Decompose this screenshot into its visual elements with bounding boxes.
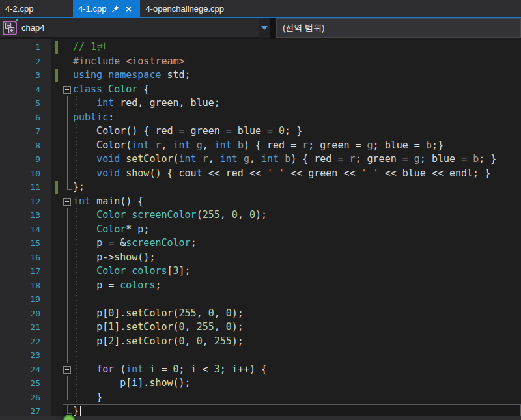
- code-text: p = colors;: [73, 279, 161, 293]
- change-tracking-bar: [55, 41, 58, 54]
- line-number: 22: [0, 335, 40, 349]
- code-text: }: [73, 391, 102, 405]
- line-number: 7: [0, 124, 40, 139]
- code-line[interactable]: 20 p[0].setColor(255, 0, 0);: [0, 307, 521, 321]
- line-number: 23: [0, 348, 40, 363]
- fold-collapse-button[interactable]: [63, 198, 71, 206]
- line-number: 25: [0, 376, 40, 391]
- code-line[interactable]: 19: [0, 292, 521, 307]
- line-number: 21: [0, 320, 40, 335]
- text-cursor: [80, 406, 81, 417]
- fold-guide-line: [67, 348, 68, 363]
- line-number: 3: [0, 68, 40, 83]
- tab-label: 4-1.cpp: [78, 4, 110, 14]
- line-number: 2: [0, 55, 40, 69]
- code-line[interactable]: 7 Color() { red = green = blue = 0; }: [0, 124, 521, 139]
- line-number: 20: [0, 307, 40, 321]
- code-text: p[1].setColor(0, 255, 0);: [73, 320, 244, 335]
- code-line[interactable]: 11};: [0, 180, 521, 195]
- fold-collapse-button[interactable]: [63, 366, 71, 374]
- code-text: int red, green, blue;: [73, 96, 220, 111]
- minus-icon: [65, 201, 69, 202]
- code-line[interactable]: 17 Color colors[3];: [0, 264, 521, 279]
- code-line[interactable]: 12int main() {: [0, 195, 521, 209]
- code-line[interactable]: 16 p->show();: [0, 251, 521, 265]
- code-line[interactable]: 6public:: [0, 111, 521, 125]
- line-number: 15: [0, 236, 40, 251]
- code-line[interactable]: 9 void setColor(int r, int g, int b) { r…: [0, 152, 521, 167]
- fold-guide-line: [67, 264, 68, 279]
- code-line[interactable]: 13 Color screenColor(255, 0, 0);: [0, 208, 521, 223]
- code-line[interactable]: 2#include <iostream>: [0, 55, 521, 69]
- code-line[interactable]: 25 p[i].show();: [0, 376, 521, 391]
- project-dropdown-label: chap4: [21, 23, 44, 33]
- code-text: void show() { cout << red << ' ' << gree…: [73, 167, 490, 181]
- code-text: p->show();: [73, 251, 155, 265]
- line-number: 24: [0, 363, 40, 377]
- code-text: using namespace std;: [73, 68, 191, 83]
- code-line[interactable]: 23: [0, 348, 521, 363]
- fold-guide-line: [67, 96, 68, 111]
- fold-guide-line: [67, 167, 68, 181]
- code-line[interactable]: 22 p[2].setColor(0, 0, 255);: [0, 335, 521, 349]
- fold-guide-line: [67, 208, 68, 223]
- code-text: Color screenColor(255, 0, 0);: [73, 208, 267, 223]
- code-text: for (int i = 0; i < 3; i++) {: [73, 363, 267, 377]
- line-number: 8: [0, 139, 40, 153]
- code-line[interactable]: 21 p[1].setColor(0, 255, 0);: [0, 320, 521, 335]
- code-text: Color(int r, int g, int b) { red = r; gr…: [73, 139, 444, 153]
- scope-dropdown[interactable]: (전역 범위): [276, 18, 521, 38]
- icon-status-dot: [16, 19, 18, 21]
- cpp-project-icon: [3, 21, 17, 35]
- horizontal-scrollbar[interactable]: [0, 416, 521, 420]
- line-number: 14: [0, 223, 40, 237]
- code-text: Color() { red = green = blue = 0; }: [73, 124, 302, 139]
- code-line[interactable]: 15 p = &screenColor;: [0, 236, 521, 251]
- change-tracking-bar: [55, 69, 58, 82]
- project-dropdown-arrow-button[interactable]: [259, 18, 270, 38]
- line-number: 13: [0, 208, 40, 223]
- line-number: 26: [0, 391, 40, 405]
- tab-label: 4-2.cpp: [5, 4, 37, 14]
- fold-guide-line: [67, 152, 68, 167]
- code-line[interactable]: 5 int red, green, blue;: [0, 96, 521, 111]
- line-number: 19: [0, 292, 40, 307]
- code-line[interactable]: 3using namespace std;: [0, 68, 521, 83]
- close-icon[interactable]: ×: [123, 3, 134, 14]
- chevron-down-icon: [261, 26, 268, 30]
- tab-bar: 4-2.cpp 4-1.cpp × 4-openchallnege.cpp: [0, 0, 521, 17]
- code-line[interactable]: 8 Color(int r, int g, int b) { red = r; …: [0, 139, 521, 153]
- code-line[interactable]: 18 p = colors;: [0, 279, 521, 293]
- code-text: p[0].setColor(255, 0, 0);: [73, 307, 244, 321]
- code-line[interactable]: 10 void show() { cout << red << ' ' << g…: [0, 167, 521, 181]
- fold-collapse-button[interactable]: [63, 86, 71, 94]
- line-number: 9: [0, 152, 40, 167]
- code-editor[interactable]: 1// 1번2#include <iostream>3using namespa…: [0, 39, 521, 420]
- navbar-separator: [270, 18, 276, 38]
- indent-guide: [76, 348, 77, 363]
- line-number: 17: [0, 264, 40, 279]
- line-number: 6: [0, 111, 40, 125]
- fold-guide-line: [67, 307, 68, 321]
- tab-4-2-cpp[interactable]: 4-2.cpp: [0, 0, 73, 17]
- project-scope-dropdown[interactable]: chap4: [0, 18, 259, 38]
- fold-guide-end-tick: [67, 400, 72, 400]
- pin-icon[interactable]: [110, 3, 120, 14]
- fold-guide-line: [67, 320, 68, 335]
- code-line[interactable]: 14 Color* p;: [0, 223, 521, 237]
- tab-4-1-cpp[interactable]: 4-1.cpp ×: [73, 0, 140, 17]
- fold-guide-line: [67, 223, 68, 237]
- fold-guide-line: [67, 279, 68, 293]
- change-tracking-bar: [55, 181, 58, 194]
- fold-guide-end: [67, 391, 68, 400]
- code-line[interactable]: 26 }: [0, 391, 521, 405]
- tab-4-openchallnege-cpp[interactable]: 4-openchallnege.cpp: [140, 0, 234, 17]
- fold-guide-line: [67, 111, 68, 125]
- code-line[interactable]: 24 for (int i = 0; i < 3; i++) {: [0, 363, 521, 377]
- line-number: 12: [0, 195, 40, 209]
- line-number: 4: [0, 83, 40, 97]
- code-line[interactable]: 1// 1번: [0, 40, 521, 55]
- code-line[interactable]: 4class Color {: [0, 83, 521, 97]
- navigation-bar: chap4 (전역 범위): [0, 18, 521, 38]
- fold-guide-line: [67, 124, 68, 139]
